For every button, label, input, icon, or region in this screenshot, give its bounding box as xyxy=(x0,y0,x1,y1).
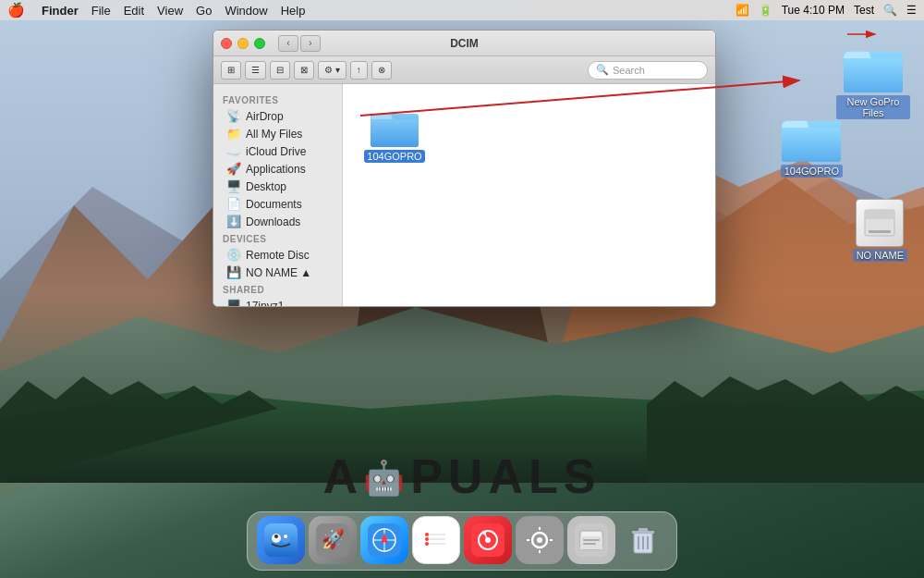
traffic-lights xyxy=(221,38,265,49)
drive-svg xyxy=(861,204,898,241)
sidebar-no-name-label: NO NAME ▲ xyxy=(246,266,311,279)
appuals-a1: A xyxy=(323,449,364,503)
devices-label: Devices xyxy=(213,230,342,246)
sidebar-no-name[interactable]: 💾 NO NAME ▲ xyxy=(217,264,338,281)
app-name[interactable]: Finder xyxy=(42,4,79,18)
sidebar-all-my-files[interactable]: 📁 All My Files xyxy=(217,125,338,142)
appuals-logo: A🤖PUALS xyxy=(323,449,602,504)
sidebar-documents[interactable]: 📄 Documents xyxy=(217,195,338,213)
sidebar-icloud-drive[interactable]: ☁️ iCloud Drive xyxy=(217,142,338,160)
new-gopro-folder-icon xyxy=(844,42,903,93)
dock-finder[interactable] xyxy=(257,516,305,564)
dock-files2[interactable] xyxy=(567,516,615,564)
svg-rect-22 xyxy=(869,230,891,233)
sidebar-remote-disc[interactable]: 💿 Remote Disc xyxy=(217,246,338,264)
sysprefs-svg xyxy=(523,523,556,557)
sidebar-documents-label: Documents xyxy=(246,198,302,211)
launchpad-svg: 🚀 xyxy=(316,523,349,557)
svg-rect-58 xyxy=(583,543,596,545)
svg-rect-35 xyxy=(419,523,453,557)
all-files-icon: 📁 xyxy=(226,127,241,141)
menubar-user: Test xyxy=(854,4,874,17)
close-button[interactable] xyxy=(221,38,232,49)
downloads-icon: ⬇️ xyxy=(226,215,241,228)
dock-trash[interactable] xyxy=(619,516,667,564)
svg-rect-23 xyxy=(264,523,298,557)
appuals-mascot-container: 🤖 xyxy=(363,449,410,503)
finder-sidebar: Favorites 📡 AirDrop 📁 All My Files ☁️ iC… xyxy=(213,84,343,307)
desktop-icon: 🖥️ xyxy=(226,179,241,193)
desktop-no-name-drive[interactable]: NO NAME xyxy=(853,199,907,262)
dock-system-prefs[interactable] xyxy=(516,516,564,564)
list-view-btn[interactable]: ☰ xyxy=(245,61,266,80)
share-btn[interactable]: ↑ xyxy=(350,61,368,80)
svg-point-41 xyxy=(425,542,429,546)
shared1-icon: 🖥️ xyxy=(226,299,241,307)
documents-icon: 📄 xyxy=(226,197,241,211)
shared-label: Shared xyxy=(213,281,342,297)
dock-reminders[interactable] xyxy=(412,516,460,564)
minimize-button[interactable] xyxy=(237,38,249,49)
airdrop-icon: 📡 xyxy=(226,109,241,123)
finder-content: 104GOPRO xyxy=(343,84,715,307)
sidebar-applications[interactable]: 🚀 Applications xyxy=(217,160,338,178)
reminders-svg xyxy=(419,523,453,557)
cover-flow-btn[interactable]: ⊠ xyxy=(294,61,314,80)
finder-body: Favorites 📡 AirDrop 📁 All My Files ☁️ iC… xyxy=(213,84,715,307)
tag-btn[interactable]: ⊗ xyxy=(371,61,392,80)
sidebar-airdrop[interactable]: 📡 AirDrop xyxy=(217,107,338,125)
sidebar-icloud-label: iCloud Drive xyxy=(246,145,306,158)
dock-itunes[interactable] xyxy=(464,516,512,564)
new-gopro-files-label: New GoPro Files xyxy=(836,95,910,119)
appuals-mascot: 🤖 xyxy=(363,459,410,497)
dock-safari[interactable] xyxy=(360,516,408,564)
desktop-new-gopro-files[interactable]: New GoPro Files xyxy=(836,42,910,119)
sidebar-17jnyz1-label: 17jnyz1 xyxy=(246,300,284,308)
finder-toolbar: ⊞ ☰ ⊟ ⊠ ⚙ ▾ ↑ ⊗ 🔍 Search xyxy=(213,56,715,84)
svg-point-27 xyxy=(284,535,287,538)
menubar: 🍎 Finder File Edit View Go Window Help 📶… xyxy=(0,0,924,20)
dock-launchpad[interactable]: 🚀 xyxy=(309,516,357,564)
no-name-icon: 💾 xyxy=(226,265,241,279)
icon-view-btn[interactable]: ⊞ xyxy=(221,61,241,80)
menu-view[interactable]: View xyxy=(157,4,183,18)
menu-edit[interactable]: Edit xyxy=(124,4,144,18)
folder-104gopro-label: 104GOPRO xyxy=(364,150,424,163)
desktop-104gopro[interactable]: 104GOPRO xyxy=(781,111,843,178)
finder-window: ‹ › DCIM ⊞ ☰ ⊟ ⊠ ⚙ ▾ ↑ ⊗ 🔍 Search Favori… xyxy=(213,30,716,307)
svg-marker-5 xyxy=(0,307,924,483)
menu-go[interactable]: Go xyxy=(196,4,212,18)
svg-point-39 xyxy=(425,533,429,536)
search-placeholder: Search xyxy=(613,65,645,76)
menu-help[interactable]: Help xyxy=(281,4,306,18)
sidebar-downloads[interactable]: ⬇️ Downloads xyxy=(217,213,338,230)
maximize-button[interactable] xyxy=(254,38,265,49)
control-center-icon[interactable]: ☰ xyxy=(906,4,917,17)
folder-104gopro[interactable]: 104GOPRO xyxy=(361,103,428,166)
folder-icon xyxy=(371,106,419,147)
sidebar-desktop-label: Desktop xyxy=(246,180,286,193)
apple-menu[interactable]: 🍎 xyxy=(7,2,25,18)
forward-button[interactable]: › xyxy=(300,35,321,52)
action-btn[interactable]: ⚙ ▾ xyxy=(318,61,346,80)
sidebar-17jnyz1[interactable]: 🖥️ 17jnyz1 xyxy=(217,297,338,307)
desktop: 🍎 Finder File Edit View Go Window Help 📶… xyxy=(0,0,924,578)
menu-file[interactable]: File xyxy=(91,4,111,18)
window-title: DCIM xyxy=(450,37,479,50)
sidebar-downloads-label: Downloads xyxy=(246,215,300,228)
svg-rect-21 xyxy=(865,210,894,219)
desktop-104gopro-label: 104GOPRO xyxy=(781,165,843,178)
column-view-btn[interactable]: ⊟ xyxy=(270,61,290,80)
arrow-to-folder xyxy=(845,25,882,43)
desktop-104gopro-icon xyxy=(782,111,841,163)
svg-marker-8 xyxy=(647,376,924,483)
search-box[interactable]: 🔍 Search xyxy=(588,61,708,80)
no-name-label: NO NAME xyxy=(853,249,907,262)
files-svg xyxy=(575,523,608,557)
drive-icon xyxy=(856,199,904,247)
back-button[interactable]: ‹ xyxy=(278,35,298,52)
search-menubar-icon[interactable]: 🔍 xyxy=(883,4,897,17)
menu-window[interactable]: Window xyxy=(225,4,267,18)
sidebar-desktop[interactable]: 🖥️ Desktop xyxy=(217,178,338,195)
svg-text:🚀: 🚀 xyxy=(322,528,345,550)
